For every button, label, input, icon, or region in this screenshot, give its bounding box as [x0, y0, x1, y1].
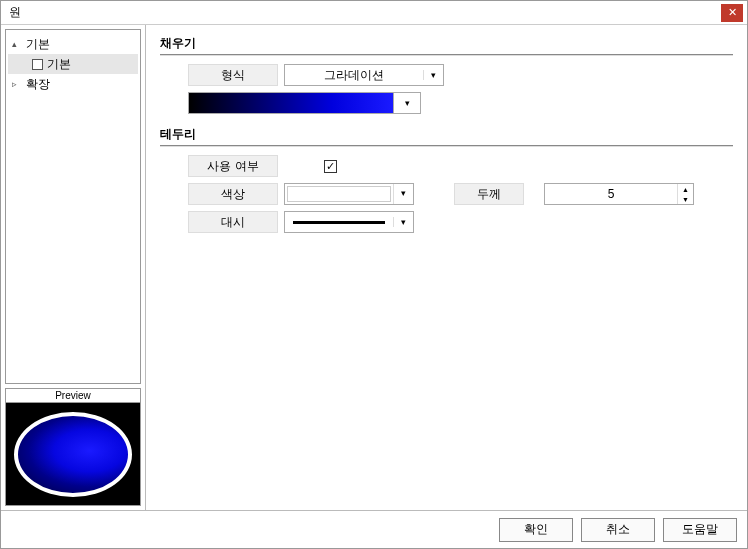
- expand-icon[interactable]: ▹: [12, 79, 22, 89]
- spinner-down-icon[interactable]: ▼: [678, 194, 693, 204]
- border-color-row: 색상 ▾ 두께 5 ▲ ▼: [160, 183, 733, 205]
- border-dash-dropdown[interactable]: ▾: [284, 211, 414, 233]
- preview-canvas: [6, 403, 140, 505]
- border-color-picker[interactable]: ▾: [284, 183, 414, 205]
- titlebar: 원 ✕: [1, 1, 747, 25]
- chevron-down-icon[interactable]: ▾: [423, 70, 443, 80]
- nav-tree: ▴ 기본 기본 ▹ 확장: [5, 29, 141, 384]
- gradient-swatch: [188, 92, 393, 114]
- spinner-buttons: ▲ ▼: [677, 184, 693, 204]
- tree-label: 기본: [26, 36, 50, 53]
- dialog-window: 원 ✕ ▴ 기본 기본 ▹ 확장 Preview: [0, 0, 748, 549]
- fill-section-title: 채우기: [160, 35, 733, 52]
- checkmark-icon: ✓: [326, 161, 335, 172]
- chevron-down-icon[interactable]: ▾: [393, 184, 413, 204]
- border-thickness-label: 두께: [454, 183, 524, 205]
- close-button[interactable]: ✕: [721, 4, 743, 22]
- expand-icon[interactable]: ▴: [12, 39, 22, 49]
- chevron-down-icon[interactable]: ▾: [393, 217, 413, 227]
- tree-item-extend[interactable]: ▹ 확장: [8, 74, 138, 94]
- border-thickness-spinner[interactable]: 5 ▲ ▼: [544, 183, 694, 205]
- tree-item-basic-parent[interactable]: ▴ 기본: [8, 34, 138, 54]
- border-use-row: 사용 여부 ✓: [160, 155, 733, 177]
- fill-type-label: 형식: [188, 64, 278, 86]
- dash-preview-icon: [293, 221, 385, 224]
- thickness-value: 5: [545, 184, 677, 204]
- gradient-row: ▾: [188, 92, 733, 114]
- tree-label: 기본: [47, 56, 71, 73]
- ok-button[interactable]: 확인: [499, 518, 573, 542]
- preview-title: Preview: [6, 389, 140, 403]
- fill-type-row: 형식 그라데이션 ▾: [160, 64, 733, 86]
- window-title: 원: [5, 4, 721, 21]
- border-color-label: 색상: [188, 183, 278, 205]
- preview-ellipse-icon: [14, 412, 132, 497]
- border-section-title: 테두리: [160, 126, 733, 143]
- gradient-dropdown-button[interactable]: ▾: [393, 92, 421, 114]
- divider: [160, 145, 733, 147]
- dialog-body: ▴ 기본 기본 ▹ 확장 Preview 채우기: [1, 25, 747, 510]
- cancel-button[interactable]: 취소: [581, 518, 655, 542]
- preview-panel: Preview: [5, 388, 141, 506]
- dialog-footer: 확인 취소 도움말: [1, 510, 747, 548]
- sidebar: ▴ 기본 기본 ▹ 확장 Preview: [1, 25, 146, 510]
- tree-label: 확장: [26, 76, 50, 93]
- color-swatch: [287, 186, 391, 202]
- border-dash-row: 대시 ▾: [160, 211, 733, 233]
- spinner-up-icon[interactable]: ▲: [678, 184, 693, 194]
- help-button[interactable]: 도움말: [663, 518, 737, 542]
- fill-type-value: 그라데이션: [285, 67, 423, 84]
- main-panel: 채우기 형식 그라데이션 ▾ ▾ 테두리 사용 여부: [146, 25, 747, 510]
- border-use-label: 사용 여부: [188, 155, 278, 177]
- divider: [160, 54, 733, 56]
- tree-item-basic[interactable]: 기본: [8, 54, 138, 74]
- square-icon: [32, 59, 43, 70]
- fill-type-dropdown[interactable]: 그라데이션 ▾: [284, 64, 444, 86]
- border-dash-label: 대시: [188, 211, 278, 233]
- border-use-checkbox[interactable]: ✓: [324, 160, 337, 173]
